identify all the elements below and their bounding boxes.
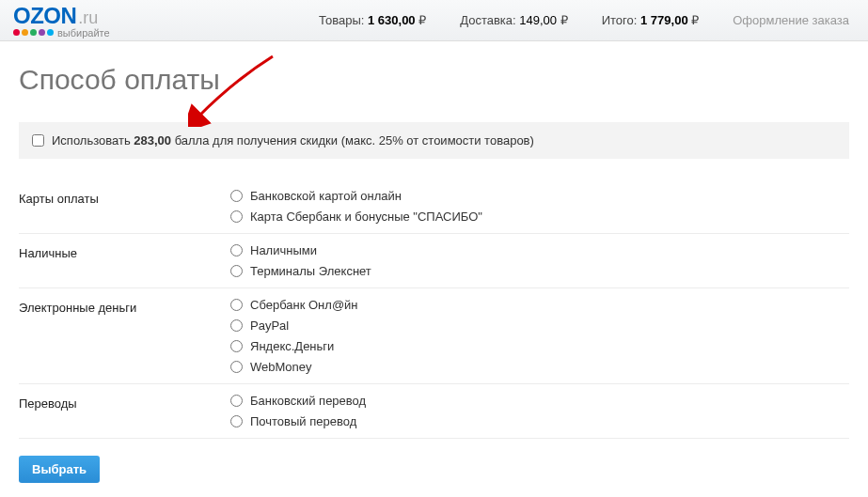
goods-value: 1 630,00 [368, 13, 416, 27]
payment-option[interactable]: Яндекс.Деньги [230, 339, 358, 353]
summary-goods: Товары: 1 630,00 [302, 13, 443, 27]
payment-radio[interactable] [230, 265, 243, 277]
payment-option-label: Сбербанк Онл@йн [250, 298, 358, 312]
summary-total: Итого: 1 779,00 [585, 13, 717, 27]
header-bar: OZON .ru выбирайте Товары: 1 630,00 Дост… [0, 0, 868, 41]
payment-radio[interactable] [230, 340, 243, 352]
total-value: 1 779,00 [640, 13, 688, 27]
group-label: Переводы [19, 394, 230, 411]
bonus-suffix: балла для получения скидки (макс. 25% от… [171, 133, 534, 148]
payment-group: НаличныеНаличнымиТерминалы Элекснет [19, 234, 849, 288]
payment-radio[interactable] [230, 299, 243, 311]
summary-delivery: Доставка: 149,00 [443, 13, 584, 27]
payment-option[interactable]: WebMoney [230, 360, 358, 374]
payment-option-label: Банковской картой онлайн [250, 189, 402, 203]
payment-radio[interactable] [230, 244, 243, 256]
options-list: НаличнымиТерминалы Элекснет [230, 243, 371, 278]
use-bonus-checkbox[interactable] [32, 134, 44, 147]
payment-option-label: Почтовый перевод [250, 414, 356, 428]
checkout-step-label: Оформление заказа [716, 13, 859, 27]
payment-option[interactable]: Наличными [230, 243, 371, 257]
payment-option-label: WebMoney [250, 360, 312, 374]
payment-radio[interactable] [230, 190, 243, 202]
payment-option[interactable]: Почтовый перевод [230, 414, 366, 428]
group-label: Электронные деньги [19, 298, 230, 315]
ruble-icon [691, 13, 699, 27]
site-logo[interactable]: OZON .ru выбирайте [9, 3, 169, 39]
bonus-text: Использовать 283,00 балла для получения … [52, 133, 534, 148]
bonus-prefix: Использовать [52, 133, 134, 148]
options-list: Банковской картой онлайнКарта Сбербанк и… [230, 189, 482, 224]
logo-sub: выбирайте [13, 27, 110, 39]
payment-radio[interactable] [230, 361, 243, 373]
payment-radio[interactable] [230, 210, 243, 223]
goods-label: Товары: [319, 13, 364, 27]
payment-option[interactable]: PayPal [230, 318, 358, 333]
payment-option-label: PayPal [250, 318, 289, 333]
logo-brand: OZON [13, 3, 76, 29]
options-list: Сбербанк Онл@йнPayPalЯндекс.ДеньгиWebMon… [230, 298, 358, 374]
payment-option[interactable]: Банковский перевод [230, 394, 366, 408]
payment-option-label: Наличными [250, 243, 317, 257]
payment-group: Карты оплатыБанковской картой онлайнКарт… [19, 179, 849, 234]
select-button[interactable]: Выбрать [19, 456, 100, 483]
payment-option-label: Банковский перевод [250, 394, 366, 408]
payment-option-label: Терминалы Элекснет [250, 264, 371, 278]
payment-group: Электронные деньгиСбербанк Онл@йнPayPalЯ… [19, 288, 849, 384]
payment-option[interactable]: Терминалы Элекснет [230, 264, 371, 278]
payment-radio[interactable] [230, 319, 243, 332]
payment-option[interactable]: Карта Сбербанк и бонусные "СПАСИБО" [230, 210, 482, 224]
payment-option-label: Карта Сбербанк и бонусные "СПАСИБО" [250, 210, 482, 224]
payment-option[interactable]: Банковской картой онлайн [230, 189, 482, 203]
logo-suffix: .ru [78, 8, 98, 28]
ruble-icon [418, 13, 426, 27]
order-summary: Товары: 1 630,00 Доставка: 149,00 Итого:… [302, 13, 859, 27]
group-label: Карты оплаты [19, 189, 230, 206]
payment-radio[interactable] [230, 395, 243, 407]
main-content: Способ оплаты Использовать 283,00 балла … [0, 41, 868, 492]
ruble-icon [560, 13, 568, 27]
logo-tagline: выбирайте [57, 27, 110, 39]
payment-radio[interactable] [230, 415, 243, 427]
total-label: Итого: [602, 13, 638, 27]
delivery-value: 149,00 [519, 13, 557, 27]
bonus-points: 283,00 [134, 133, 171, 148]
payment-option[interactable]: Сбербанк Онл@йн [230, 298, 358, 312]
group-label: Наличные [19, 243, 230, 260]
logo-main: OZON .ru [13, 3, 98, 29]
delivery-label: Доставка: [460, 13, 515, 27]
logo-dots-icon [13, 29, 54, 36]
payment-option-label: Яндекс.Деньги [250, 339, 334, 353]
options-list: Банковский переводПочтовый перевод [230, 394, 366, 428]
payment-group: ПереводыБанковский переводПочтовый перев… [19, 384, 849, 439]
page-title: Способ оплаты [19, 64, 849, 96]
bonus-banner: Использовать 283,00 балла для получения … [19, 122, 849, 159]
